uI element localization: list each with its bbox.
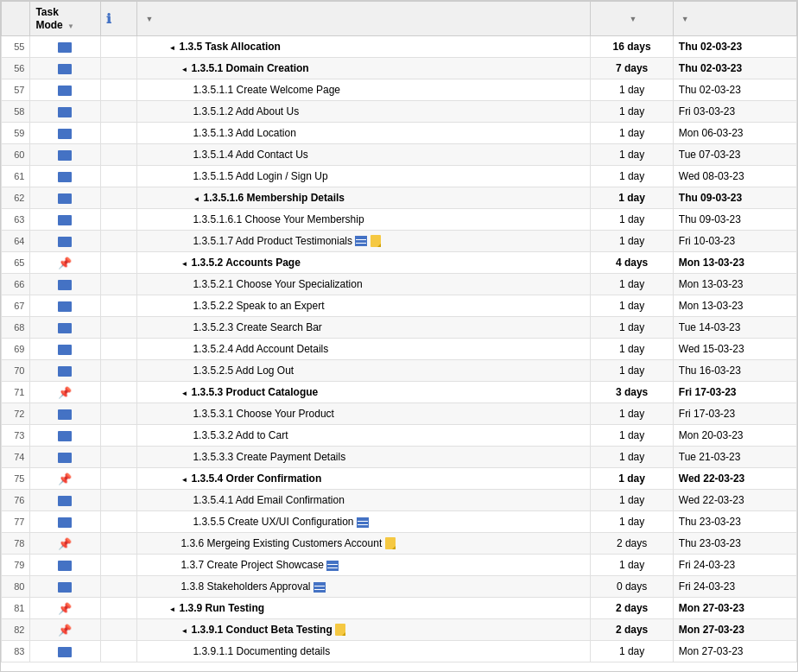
task-name-cell[interactable]: 1.3.5.3.3 Create Payment Details <box>137 447 591 468</box>
row-number: 58 <box>2 101 30 123</box>
task-name-cell[interactable]: 1.3.7 Create Project Showcase <box>137 555 591 576</box>
duration-value: 1 day <box>619 494 644 506</box>
task-name-cell[interactable]: 1.3.5.1.6.1 Choose Your Membership <box>137 209 591 231</box>
duration-value: 1 day <box>618 472 645 485</box>
pin-icon: 📌 <box>58 602 72 615</box>
task-name-cell[interactable]: ◄ 1.3.9.1 Conduct Beta Testing <box>137 619 591 641</box>
task-mode-cell <box>30 490 100 511</box>
info-cell <box>100 360 137 382</box>
table-row: 59 1.3.5.1.3 Add Location 1 day Mon 06-0… <box>2 123 797 144</box>
table-row: 78 📌 1.3.6 Mergeing Existing Customers A… <box>2 533 797 555</box>
task-name-cell[interactable]: 1.3.5.1.2 Add About Us <box>137 101 591 123</box>
row-number: 81 <box>2 598 30 619</box>
table-row: 58 1.3.5.1.2 Add About Us 1 day Fri 03-0… <box>2 101 797 123</box>
table-row: 75 📌 ◄ 1.3.5.4 Order Confirmation 1 day … <box>2 468 797 490</box>
task-name-cell[interactable]: 1.3.5.1.5 Add Login / Sign Up <box>137 166 591 187</box>
col-header-duration[interactable]: ▼ <box>591 2 673 36</box>
collapse-arrow[interactable]: ◄ <box>180 260 189 268</box>
task-name-cell[interactable]: ◄ 1.3.5.2 Accounts Page <box>137 252 591 274</box>
task-name-cell[interactable]: 1.3.5.2.1 Choose Your Specialization <box>137 274 591 295</box>
task-name-label: 1.3.5.1.3 Add Location <box>193 127 295 139</box>
pin-icon: 📌 <box>58 537 72 550</box>
col-header-task-mode[interactable]: Task Mode ▼ <box>30 2 100 36</box>
task-name-cell[interactable]: 1.3.6 Mergeing Existing Customers Accoun… <box>137 533 591 555</box>
col-header-task-name[interactable]: ▼ <box>137 2 591 36</box>
task-name-cell[interactable]: 1.3.5.2.3 Create Search Bar <box>137 317 591 339</box>
duration-value: 1 day <box>619 451 644 463</box>
collapse-arrow[interactable]: ◄ <box>180 66 189 73</box>
collapse-arrow[interactable]: ◄ <box>180 390 189 397</box>
duration-value: 1 day <box>619 105 644 117</box>
duration-value: 0 days <box>617 580 647 593</box>
task-name-cell[interactable]: 1.3.5.3.2 Add to Cart <box>137 425 591 447</box>
collapse-arrow[interactable]: ◄ <box>180 627 189 635</box>
col-header-start[interactable]: ▼ <box>673 2 796 36</box>
task-name-cell[interactable]: 1.3.5.4.1 Add Email Confirmation <box>137 490 591 511</box>
duration-cell: 3 days <box>591 382 673 403</box>
task-name-cell[interactable]: ◄ 1.3.5.1 Domain Creation <box>137 58 591 79</box>
task-name-cell[interactable]: 1.3.5.1.1 Create Welcome Page <box>137 79 591 101</box>
auto-schedule-icon <box>58 86 72 96</box>
task-name-cell[interactable]: 1.3.5.1.4 Add Contact Us <box>137 144 591 166</box>
info-cell <box>100 447 137 468</box>
table-row: 77 1.3.5.5 Create UX/UI Configuration 1 … <box>2 511 797 533</box>
task-name-cell[interactable]: 1.3.9.1.1 Documenting details <box>137 641 591 662</box>
auto-schedule-icon <box>58 280 72 290</box>
duration-cell: 1 day <box>591 360 673 382</box>
duration-value: 1 day <box>619 321 644 333</box>
task-mode-cell: 📌 <box>30 533 100 555</box>
task-name-cell[interactable]: ◄ 1.3.5.4 Order Confirmation <box>137 468 591 490</box>
table-row: 72 1.3.5.3.1 Choose Your Product 1 day F… <box>2 403 797 425</box>
auto-schedule-icon <box>58 237 72 247</box>
info-cell <box>100 295 137 317</box>
table-icon <box>326 561 339 571</box>
auto-schedule-icon <box>58 647 72 657</box>
start-value: Wed 15-03-23 <box>679 343 744 355</box>
task-name-cell[interactable]: 1.3.5.2.5 Add Log Out <box>137 360 591 382</box>
task-name-cell[interactable]: ◄ 1.3.5 Task Allocation <box>137 36 591 58</box>
task-name-cell[interactable]: ◄ 1.3.5.3 Product Catalogue <box>137 382 591 403</box>
task-name-cell[interactable]: 1.3.5.1.3 Add Location <box>137 123 591 144</box>
row-number: 55 <box>2 36 30 58</box>
start-value: Fri 10-03-23 <box>679 235 735 247</box>
collapse-arrow[interactable]: ◄ <box>168 605 177 613</box>
task-name-label: 1.3.5.4 Order Confirmation <box>192 472 322 485</box>
duration-value: 1 day <box>619 343 644 355</box>
task-name-label: 1.3.5.1.5 Add Login / Sign Up <box>193 170 327 182</box>
task-name-cell[interactable]: 1.3.5.2.4 Add Account Details <box>137 339 591 360</box>
collapse-arrow[interactable]: ◄ <box>168 44 177 52</box>
start-cell: Thu 09-03-23 <box>673 209 796 231</box>
task-name-cell[interactable]: 1.3.5.2.2 Speak to an Expert <box>137 295 591 317</box>
auto-schedule-icon <box>58 409 72 420</box>
task-name-cell[interactable]: ◄ 1.3.5.1.6 Membership Details <box>137 187 591 209</box>
start-cell: Thu 09-03-23 <box>673 187 796 209</box>
table-row: 74 1.3.5.3.3 Create Payment Details 1 da… <box>2 447 797 468</box>
task-name-cell[interactable]: 1.3.5.5 Create UX/UI Configuration <box>137 511 591 533</box>
auto-schedule-icon <box>58 129 72 139</box>
start-value: Wed 22-03-23 <box>679 494 744 506</box>
task-name-cell[interactable]: 1.3.5.1.7 Add Product Testimonials <box>137 231 591 252</box>
collapse-arrow[interactable]: ◄ <box>193 195 201 203</box>
task-name-label: 1.3.5.2.3 Create Search Bar <box>193 321 321 333</box>
start-cell: Tue 14-03-23 <box>673 317 796 339</box>
duration-cell: 1 day <box>591 511 673 533</box>
task-name-cell[interactable]: 1.3.8 Stakeholders Approval <box>137 576 591 598</box>
task-mode-cell <box>30 231 100 252</box>
duration-value: 1 day <box>619 213 644 225</box>
task-mode-cell <box>30 425 100 447</box>
start-cell: Mon 13-03-23 <box>673 274 796 295</box>
duration-value: 1 day <box>619 559 644 571</box>
task-name-cell[interactable]: ◄ 1.3.9 Run Testing <box>137 598 591 619</box>
info-cell <box>100 317 137 339</box>
task-name-cell[interactable]: 1.3.5.3.1 Choose Your Product <box>137 403 591 425</box>
task-mode-cell <box>30 555 100 576</box>
info-cell <box>100 576 137 598</box>
task-mode-cell <box>30 641 100 662</box>
task-mode-cell <box>30 58 100 79</box>
note-icon <box>370 235 381 247</box>
auto-schedule-icon <box>58 323 72 333</box>
auto-schedule-icon <box>58 366 72 377</box>
collapse-arrow[interactable]: ◄ <box>180 476 189 484</box>
info-cell <box>100 598 137 619</box>
start-cell: Fri 03-03-23 <box>673 101 796 123</box>
